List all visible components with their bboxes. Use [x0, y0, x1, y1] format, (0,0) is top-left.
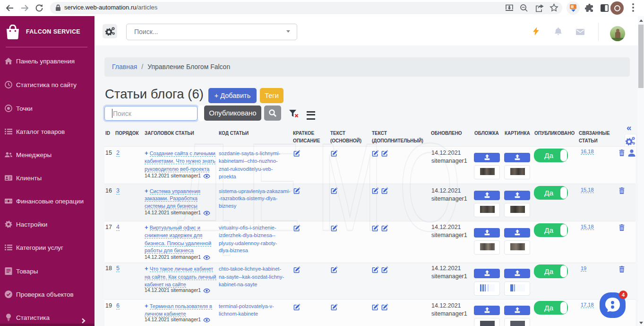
svg-text:4: 4 [622, 292, 625, 298]
